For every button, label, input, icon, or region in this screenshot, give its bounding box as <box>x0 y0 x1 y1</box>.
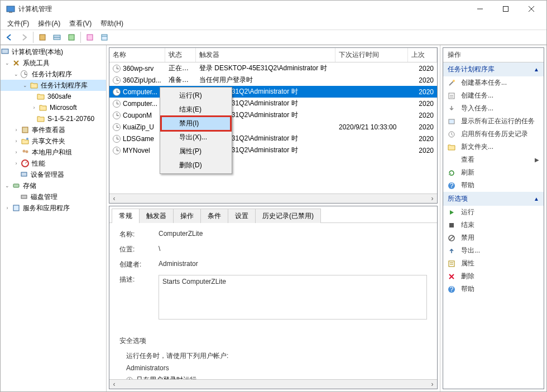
tree-users-groups[interactable]: › 本地用户和组 <box>1 147 106 158</box>
expand-icon[interactable]: › <box>13 127 20 133</box>
ctx-export[interactable]: 导出(X)... <box>161 130 231 144</box>
expand-icon[interactable]: › <box>4 205 11 211</box>
expand-icon[interactable]: › <box>13 149 20 156</box>
folder-icon <box>39 103 47 112</box>
actions-section-selected[interactable]: 所选项 ▲ <box>443 192 544 206</box>
toolbar-btn-2[interactable] <box>50 31 64 43</box>
toolbar-btn-3[interactable] <box>83 31 97 43</box>
expand-icon[interactable]: ⌄ <box>13 71 20 78</box>
tree-performance[interactable]: › 性能 <box>1 158 106 169</box>
tree-shared-folders[interactable]: › 共享文件夹 <box>1 135 106 147</box>
table-row[interactable]: Computer...KTOP-45E31Q2\Administrator 时2… <box>109 98 437 109</box>
ctx-delete[interactable]: 删除(D) <box>161 158 231 172</box>
tree-folder-360safe[interactable]: 360safe <box>1 91 106 102</box>
action-label: 属性 <box>461 259 474 268</box>
tree-scheduler-library[interactable]: ⌄ 任务计划程序库 <box>1 80 106 91</box>
action-item[interactable]: 新文件夹... <box>443 141 544 153</box>
actions-section-library[interactable]: 任务计划程序库 ▲ <box>443 62 544 76</box>
action-item[interactable]: 导出... <box>443 244 544 257</box>
action-item[interactable]: 创建基本任务... <box>443 76 544 89</box>
expand-icon[interactable]: › <box>13 138 20 144</box>
col-trigger[interactable]: 触发器 <box>196 48 335 62</box>
col-next[interactable]: 下次运行时间 <box>335 48 408 62</box>
col-name[interactable]: 名称 <box>109 48 165 62</box>
radio-run-logged-in[interactable]: 只在用户登录时运行 <box>126 375 427 379</box>
expand-icon[interactable]: › <box>31 104 37 111</box>
tree-systools[interactable]: ⌄ 系统工具 <box>1 57 106 69</box>
tab-settings[interactable]: 设置 <box>228 209 256 223</box>
scroll-left-icon[interactable]: ‹ <box>109 380 119 389</box>
grid-body[interactable]: 360wp-srv正在运行登录 DESKTOP-45E31Q2\Administ… <box>109 62 437 193</box>
scroll-left-icon[interactable]: ‹ <box>109 194 119 204</box>
tab-triggers[interactable]: 触发器 <box>139 209 174 223</box>
col-last[interactable]: 上次 <box>408 48 437 62</box>
toolbar-refresh-button[interactable] <box>65 31 78 43</box>
tree-device-manager[interactable]: 设备管理器 <box>1 169 106 180</box>
action-item[interactable]: ?帮助 <box>443 179 544 192</box>
scroll-right-icon[interactable]: › <box>428 380 437 389</box>
tab-general[interactable]: 常规 <box>112 209 140 223</box>
col-state[interactable]: 状态 <box>165 48 196 62</box>
detail-horizontal-scrollbar[interactable]: ‹ › <box>109 379 437 389</box>
toolbar-btn-4[interactable] <box>98 31 111 43</box>
tree-folder-sid[interactable]: S-1-5-21-20760 <box>1 113 106 124</box>
table-row[interactable]: LDSGameKTOP-45E31Q2\Administrator 时2020 <box>109 133 437 144</box>
tree-storage[interactable]: ⌄ 存储 <box>1 180 106 191</box>
expand-icon[interactable]: ⌄ <box>22 82 28 89</box>
horizontal-scrollbar[interactable]: ‹ › <box>109 193 437 203</box>
minimize-button[interactable] <box>467 1 493 17</box>
action-item[interactable]: 属性 <box>443 257 544 270</box>
toolbar-btn-1[interactable] <box>36 31 49 43</box>
action-item[interactable]: ?帮助 <box>443 283 544 296</box>
action-item[interactable]: 查看▶ <box>443 153 544 166</box>
tab-conditions[interactable]: 条件 <box>200 209 228 223</box>
tree-label: 性能 <box>32 159 45 168</box>
close-button[interactable] <box>519 1 544 17</box>
table-row[interactable]: 360ZipUpd...准备就绪当任何用户登录时2020 <box>109 74 437 86</box>
scroll-right-icon[interactable]: › <box>428 194 437 204</box>
action-item[interactable]: 刷新 <box>443 166 544 179</box>
menu-action[interactable]: 操作(A) <box>33 18 65 30</box>
tree-root[interactable]: 计算机管理(本地) <box>1 46 106 57</box>
navigation-tree[interactable]: 计算机管理(本地) ⌄ 系统工具 ⌄ 任务计划程序 ⌄ 任务计划程序库 360s… <box>1 45 107 391</box>
table-row[interactable]: MYNovelKTOP-45E31Q2\Administrator 时2020 <box>109 144 437 156</box>
table-row[interactable]: CouponMKTOP-45E31Q2\Administrator 时2020 <box>109 109 437 121</box>
cell-trigger: 登录 DESKTOP-45E31Q2\Administrator 时 <box>196 64 335 73</box>
nav-forward-button[interactable] <box>17 31 31 43</box>
tree-scheduler[interactable]: ⌄ 任务计划程序 <box>1 69 106 80</box>
storage-icon <box>12 181 21 190</box>
expand-icon[interactable]: › <box>13 160 20 167</box>
action-item[interactable]: 启用所有任务历史记录 <box>443 128 544 141</box>
action-item[interactable]: 删除 <box>443 270 544 283</box>
tree-folder-microsoft[interactable]: › Microsoft <box>1 102 106 113</box>
expand-icon[interactable]: ⌄ <box>4 60 11 66</box>
table-row[interactable]: Computer...KTOP-45E31Q2\Administrator 时2… <box>109 86 437 98</box>
tab-actions[interactable]: 操作 <box>173 209 201 223</box>
menu-file[interactable]: 文件(F) <box>3 18 33 30</box>
context-menu[interactable]: 运行(R) 结束(E) 禁用(I) 导出(X)... 属性(P) 删除(D) <box>160 87 232 174</box>
ctx-properties[interactable]: 属性(P) <box>161 144 231 158</box>
expand-icon[interactable]: ⌄ <box>4 182 11 189</box>
table-row[interactable]: 360wp-srv正在运行登录 DESKTOP-45E31Q2\Administ… <box>109 62 437 74</box>
action-item[interactable]: 创建任务... <box>443 89 544 102</box>
cell-name: Computer... <box>123 100 157 108</box>
action-item[interactable]: 结束 <box>443 219 544 231</box>
grid-header: 名称 状态 触发器 下次运行时间 上次 <box>109 48 437 62</box>
table-row[interactable]: KuaiZip_U个触发器2020/9/21 10:33:002020 <box>109 121 437 133</box>
ctx-disable[interactable]: 禁用(I) <box>161 117 231 130</box>
nav-back-button[interactable] <box>3 31 16 43</box>
menu-help[interactable]: 帮助(H) <box>96 18 128 30</box>
ctx-end[interactable]: 结束(E) <box>161 103 231 117</box>
action-item[interactable]: 显示所有正在运行的任务 <box>443 115 544 128</box>
action-item[interactable]: 禁用 <box>443 231 544 244</box>
tree-event-viewer[interactable]: › 事件查看器 <box>1 124 106 135</box>
ctx-run[interactable]: 运行(R) <box>161 89 231 103</box>
tree-disk-mgmt[interactable]: 磁盘管理 <box>1 191 106 202</box>
action-item[interactable]: 运行 <box>443 206 544 219</box>
maximize-button[interactable] <box>493 1 519 17</box>
tree-services[interactable]: › 服务和应用程序 <box>1 202 106 214</box>
tab-history[interactable]: 历史记录(已禁用) <box>255 209 321 223</box>
menu-view[interactable]: 查看(V) <box>65 18 96 30</box>
action-item[interactable]: 导入任务... <box>443 102 544 115</box>
run-icon <box>448 209 457 216</box>
